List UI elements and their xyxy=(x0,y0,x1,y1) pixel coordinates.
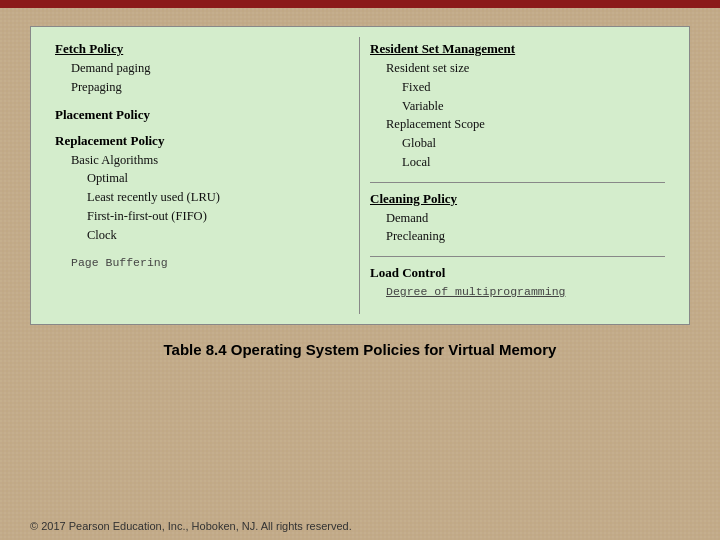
clock-item: Clock xyxy=(55,226,349,245)
load-control-section: Load Control Degree of multiprogramming xyxy=(370,265,665,300)
global-item: Global xyxy=(370,134,665,153)
placement-policy-title: Placement Policy xyxy=(55,107,349,123)
table-grid: Fetch Policy Demand paging Prepaging Pla… xyxy=(45,37,675,314)
resident-set-size-item: Resident set size xyxy=(370,59,665,78)
optimal-item: Optimal xyxy=(55,169,349,188)
page-buffering-section: Page Buffering xyxy=(55,254,349,271)
fetch-policy-title: Fetch Policy xyxy=(55,41,349,57)
variable-item: Variable xyxy=(370,97,665,116)
table-right-column: Resident Set Management Resident set siz… xyxy=(360,37,675,314)
lru-item: Least recently used (LRU) xyxy=(55,188,349,207)
cleaning-policy-section: Cleaning Policy Demand Precleaning xyxy=(370,191,665,247)
load-control-title: Load Control xyxy=(370,265,665,281)
prepaging-item: Prepaging xyxy=(55,78,349,97)
basic-algorithms-item: Basic Algorithms xyxy=(55,151,349,170)
right-col-divider xyxy=(370,182,665,183)
cleaning-policy-title: Cleaning Policy xyxy=(370,191,665,207)
precleaning-item: Precleaning xyxy=(370,227,665,246)
placement-policy-section: Placement Policy xyxy=(55,107,349,123)
degree-multiprogramming-item: Degree of multiprogramming xyxy=(370,283,665,300)
demand-paging-item: Demand paging xyxy=(55,59,349,78)
replacement-policy-section: Replacement Policy Basic Algorithms Opti… xyxy=(55,133,349,245)
resident-set-title: Resident Set Management xyxy=(370,41,665,57)
right-col-divider2 xyxy=(370,256,665,257)
replacement-scope-item: Replacement Scope xyxy=(370,115,665,134)
page-buffering-item: Page Buffering xyxy=(55,254,349,271)
fixed-item: Fixed xyxy=(370,78,665,97)
demand-item: Demand xyxy=(370,209,665,228)
content-area: Fetch Policy Demand paging Prepaging Pla… xyxy=(0,8,720,374)
table-container: Fetch Policy Demand paging Prepaging Pla… xyxy=(30,26,690,325)
local-item: Local xyxy=(370,153,665,172)
replacement-policy-title: Replacement Policy xyxy=(55,133,349,149)
table-caption: Table 8.4 Operating System Policies for … xyxy=(30,341,690,358)
top-bar xyxy=(0,0,720,8)
fetch-policy-section: Fetch Policy Demand paging Prepaging xyxy=(55,41,349,97)
resident-set-section: Resident Set Management Resident set siz… xyxy=(370,41,665,172)
footer-text: © 2017 Pearson Education, Inc., Hoboken,… xyxy=(30,520,352,532)
table-left-column: Fetch Policy Demand paging Prepaging Pla… xyxy=(45,37,360,314)
fifo-item: First-in-first-out (FIFO) xyxy=(55,207,349,226)
